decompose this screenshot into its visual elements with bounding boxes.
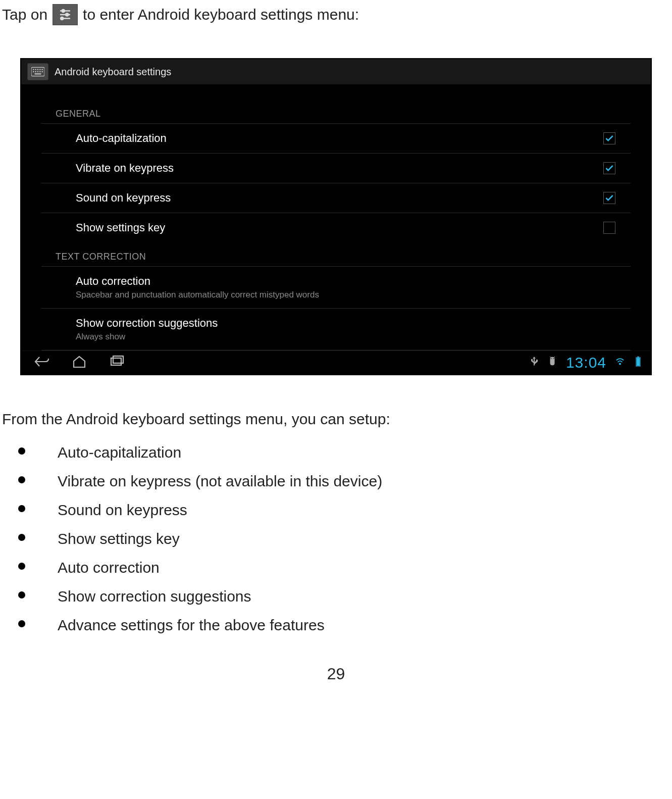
- svg-point-1: [62, 10, 65, 12]
- feature-item: Auto-capitalization: [2, 438, 672, 467]
- svg-rect-9: [37, 69, 38, 70]
- setting-show-settings-key[interactable]: Show settings key: [41, 213, 631, 242]
- svg-point-22: [619, 363, 621, 364]
- intro-prefix: Tap on: [2, 6, 47, 23]
- setting-label: Show settings key: [76, 221, 165, 234]
- feature-item: Show correction suggestions: [2, 582, 672, 611]
- svg-rect-10: [39, 69, 40, 70]
- wifi-icon: [615, 356, 625, 369]
- setting-label: Auto correction: [76, 275, 319, 288]
- svg-rect-15: [39, 71, 40, 72]
- post-lead-text: From the Android keyboard settings menu,…: [2, 411, 670, 428]
- feature-item: Vibrate on keypress (not available in th…: [2, 467, 672, 495]
- feature-item: Auto correction: [2, 553, 672, 582]
- keyboard-icon: [27, 63, 48, 80]
- home-icon[interactable]: [71, 354, 88, 371]
- svg-rect-12: [33, 71, 34, 72]
- svg-rect-11: [42, 69, 43, 70]
- clock: 13:04: [566, 354, 606, 371]
- android-debug-icon: [548, 356, 557, 369]
- features-list: Auto-capitalization Vibrate on keypress …: [0, 438, 672, 639]
- svg-rect-16: [42, 71, 43, 72]
- usb-icon: [530, 356, 539, 369]
- checkbox-icon[interactable]: [603, 162, 615, 174]
- feature-item: Advance settings for the above features: [2, 611, 672, 639]
- svg-rect-25: [637, 358, 640, 366]
- titlebar: Android keyboard settings: [21, 59, 651, 84]
- checkbox-icon[interactable]: [603, 132, 615, 144]
- recent-apps-icon[interactable]: [108, 354, 125, 371]
- setting-label: Vibrate on keypress: [76, 162, 174, 175]
- titlebar-text: Android keyboard settings: [55, 66, 171, 78]
- svg-point-3: [66, 14, 68, 16]
- navigation-bar: 13:04: [21, 351, 651, 374]
- setting-sublabel: Always show: [76, 332, 218, 342]
- setting-vibrate-on-keypress[interactable]: Vibrate on keypress: [41, 153, 631, 183]
- section-header-general: GENERAL: [41, 99, 631, 123]
- svg-rect-8: [35, 69, 36, 70]
- svg-point-5: [61, 17, 63, 20]
- feature-item: Show settings key: [2, 524, 672, 553]
- svg-rect-24: [637, 357, 639, 358]
- svg-rect-7: [33, 69, 34, 70]
- svg-rect-14: [37, 71, 38, 72]
- setting-sublabel: Spacebar and punctuation automatically c…: [76, 290, 319, 300]
- back-icon[interactable]: [33, 354, 50, 371]
- android-screenshot: Android keyboard settings GENERAL Auto-c…: [20, 58, 652, 375]
- svg-rect-17: [35, 73, 41, 74]
- checkbox-icon[interactable]: [603, 192, 615, 204]
- feature-item: Sound on keypress: [2, 495, 672, 524]
- sliders-settings-icon: [53, 4, 78, 25]
- setting-sound-on-keypress[interactable]: Sound on keypress: [41, 183, 631, 213]
- setting-label: Show correction suggestions: [76, 317, 218, 330]
- setting-auto-correction[interactable]: Auto correction Spacebar and punctuation…: [41, 266, 631, 308]
- page-number: 29: [0, 665, 672, 683]
- setting-label: Sound on keypress: [76, 191, 171, 205]
- intro-text: Tap on to enter Android keyboard setting…: [0, 0, 672, 25]
- settings-body: GENERAL Auto-capitalization Vibrate on k…: [21, 84, 651, 351]
- svg-point-21: [553, 358, 554, 359]
- setting-show-correction-suggestions[interactable]: Show correction suggestions Always show: [41, 308, 631, 351]
- setting-label: Auto-capitalization: [76, 132, 167, 145]
- section-header-correction: TEXT CORRECTION: [41, 242, 631, 266]
- checkbox-icon[interactable]: [603, 222, 615, 234]
- setting-auto-capitalization[interactable]: Auto-capitalization: [41, 123, 631, 153]
- svg-point-20: [551, 358, 552, 359]
- intro-suffix: to enter Android keyboard settings menu:: [83, 6, 359, 23]
- svg-rect-13: [35, 71, 36, 72]
- battery-icon: [634, 356, 643, 369]
